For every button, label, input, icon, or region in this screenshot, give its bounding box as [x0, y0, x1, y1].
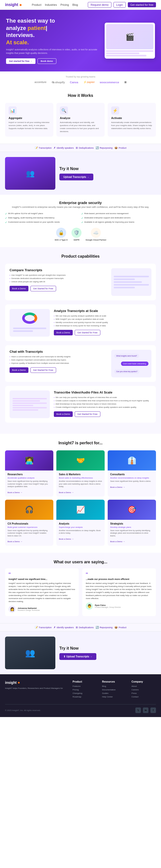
- get-free-analyze-button[interactable]: Get Started for Free: [75, 330, 100, 335]
- facebook-icon[interactable]: f: [151, 708, 156, 713]
- cap-line-1: [114, 276, 149, 277]
- product-icon: 📦: [115, 147, 118, 149]
- footer-link-pricing[interactable]: Pricing: [73, 689, 97, 691]
- feature-speakers-2[interactable]: ✗ Identify speakers: [54, 626, 74, 629]
- testimonial-author-2: 👨 Ryan Falou Product Manager, Group Dire…: [86, 602, 153, 610]
- perfect-img-researchers: 👩‍💻: [5, 451, 53, 470]
- perfect-card-title-consultants: Consultants: [110, 473, 154, 476]
- perfect-content-analysts: Analysts Supercharge your analysis Anoth…: [56, 520, 105, 543]
- cap-buttons-compare: Book a Demo Get Started for Free: [9, 286, 107, 291]
- nav-logo-dot: ●: [19, 2, 22, 7]
- footer-link-roadmap[interactable]: Roadmap: [73, 696, 97, 698]
- footer-link-features[interactable]: Features: [73, 685, 97, 687]
- security-point-3: ✓Data logging, audit tracking and backup…: [5, 217, 80, 219]
- footer-link-docs[interactable]: Documentation: [102, 689, 127, 691]
- book-demo-transcribe-button[interactable]: Book a Demo: [54, 411, 73, 417]
- security-badge-gdpr: 🛡️ GDPR: [71, 228, 82, 241]
- nav-link-pricing[interactable]: Pricing: [60, 3, 69, 6]
- feature-repurposing-2[interactable]: 🔄 Repurposing: [96, 626, 112, 629]
- nav-logo[interactable]: insight ●: [5, 2, 22, 7]
- footer-link-press[interactable]: Press: [132, 692, 156, 694]
- feature-product-2[interactable]: 📦 Product: [115, 626, 126, 629]
- cap-item-transcribe: Transcribe Video/Audio Files At Scale We…: [5, 386, 156, 423]
- repurposing-label: Repurposing: [100, 147, 112, 149]
- book-demo-compare-button[interactable]: Book a Demo: [9, 286, 28, 291]
- check-icon-3: ✓: [5, 217, 7, 219]
- get-started-button[interactable]: Get started for free: [128, 2, 156, 7]
- footer-link-about[interactable]: About: [132, 685, 156, 687]
- feature-deduplications-2[interactable]: ⊞ Deduplications: [76, 626, 94, 629]
- testimonial-author-1: 👩 Johnanna Nathaniel Research Design Tec…: [8, 606, 75, 613]
- learn-more-cx[interactable]: Book a Demo →: [7, 540, 22, 543]
- security-title: Enterprise grade security: [5, 201, 156, 205]
- learn-more-sales[interactable]: Book a Demo →: [59, 491, 74, 494]
- transcript-line-2: [12, 400, 40, 402]
- security-badges: 🔒 SOC 2 Type II 🛡️ GDPR ☁️ Google Cloud …: [5, 228, 156, 241]
- testimonial-quote-1: Insight7 saved me significant time...: [8, 578, 75, 581]
- cap-points-compare: Use Insight7 to ask questions and get st…: [9, 274, 107, 283]
- nav-link-blog[interactable]: Blog: [72, 3, 78, 6]
- learn-more-strategists[interactable]: Book a Demo →: [110, 540, 125, 543]
- cap-point-transcribe-4: Create intelligent insights and best out…: [54, 406, 152, 408]
- footer-link-guides[interactable]: Guides: [102, 692, 127, 694]
- nav-link-product[interactable]: Product: [32, 3, 41, 6]
- upload-transcripts-button[interactable]: Upload Transcripts →: [59, 174, 93, 180]
- transcript-line-1: [12, 398, 47, 399]
- cap-point-analyze-1: We can help you quickly analyze qualitat…: [54, 315, 152, 317]
- hiw-cards: 📊 Aggregate Import or connect to all you…: [5, 103, 156, 136]
- perfect-card-sub-cx: Build great customer experiences: [7, 526, 51, 528]
- transcription-icon: 📝: [35, 147, 38, 149]
- learn-more-analysts[interactable]: Book a Demo →: [59, 538, 74, 540]
- learn-more-researchers[interactable]: Book a Demo →: [7, 491, 22, 494]
- footer-social: 𝕏 in f: [135, 708, 156, 713]
- feature-transcription-2[interactable]: 📝 Transcription: [35, 626, 52, 629]
- perfect-card-text-strategists: Save more significant time by quickly id…: [110, 529, 154, 537]
- footer-logo: insight ●: [5, 680, 68, 685]
- nav-link-industries[interactable]: Industries: [45, 3, 57, 6]
- transcript-line-5: [12, 407, 47, 408]
- try-it-banner: 👥 Try it Now Upload Transcripts →: [0, 152, 161, 195]
- learn-more-consultants[interactable]: Book a Demo →: [110, 486, 125, 488]
- trusted-logos: accenture 🛍 shopify Canva ⚡zapier woocom…: [5, 81, 156, 84]
- hero-demo-button[interactable]: Book demo: [37, 58, 56, 64]
- footer-link-help[interactable]: Help Center: [102, 696, 127, 698]
- donut-line-2: [13, 330, 33, 332]
- linkedin-icon[interactable]: in: [143, 708, 149, 713]
- footer-link-careers[interactable]: Careers: [132, 689, 156, 691]
- cap-line-4: [114, 284, 149, 285]
- cap-buttons-transcribe: Book a Demo Get Started for Free: [54, 411, 152, 417]
- feature-repurposing[interactable]: 🔄 Repurposing: [96, 147, 112, 149]
- hero-started-button[interactable]: Get started for free →: [6, 58, 35, 64]
- cap-point-compare-1: Use Insight7 to ask questions and get st…: [9, 274, 107, 276]
- try-it-content: Try it Now Upload Transcripts →: [59, 166, 156, 180]
- twitter-icon[interactable]: 𝕏: [135, 708, 141, 713]
- deduplications-label-2: Deduplications: [79, 626, 94, 629]
- feature-product[interactable]: 📦 Product: [115, 147, 126, 149]
- perfect-card-analysts: 📈 Analysts Supercharge your analysis Ano…: [56, 500, 105, 546]
- testimonial-text-1: Insight7 saved me significant time by qu…: [8, 582, 75, 603]
- cap-point-chat-1: Have a conversational chat with your tra…: [9, 355, 107, 358]
- chat-bubble-1: What insights were found?: [114, 354, 139, 358]
- feature-speakers[interactable]: ✗ Identify speakers: [54, 147, 74, 149]
- perfect-card-text-analysts: Another recommendations on deep insights…: [59, 529, 102, 535]
- book-demo-chat-button[interactable]: Book a Demo: [9, 367, 28, 373]
- upload-transcripts-button-2[interactable]: ⬆ Upload Transcripts →: [59, 653, 96, 660]
- hiw-card-title-aggregate: Aggregate: [8, 117, 50, 120]
- feature-transcription[interactable]: 📝 Transcription: [35, 147, 52, 149]
- get-free-compare-button[interactable]: Get Started for Free: [30, 286, 56, 291]
- book-demo-analyze-button[interactable]: Book a Demo: [54, 330, 73, 335]
- perfect-card-text-researchers: Save more significant time by quickly id…: [7, 480, 51, 488]
- hiw-icon-analyze: 🔍: [60, 106, 68, 115]
- request-demo-button[interactable]: Request demo: [88, 2, 111, 7]
- get-free-transcribe-button[interactable]: Get Started for Free: [75, 411, 100, 417]
- hero-visual: 🎬: [105, 23, 155, 59]
- feature-deduplications[interactable]: ⊞ Deduplications: [76, 147, 94, 149]
- footer-link-blog[interactable]: Blog: [102, 685, 127, 687]
- deduplications-icon: ⊞: [76, 147, 78, 149]
- testimonial-quote-2: ...made our process much more efficient: [86, 578, 153, 581]
- footer-link-contact[interactable]: Contact: [132, 696, 156, 698]
- repurposing-icon-2: 🔄: [96, 626, 99, 629]
- get-free-chat-button[interactable]: Get Started for Free: [30, 367, 56, 373]
- login-button[interactable]: Login: [114, 2, 126, 7]
- footer-link-changelog[interactable]: Changelog: [73, 692, 97, 694]
